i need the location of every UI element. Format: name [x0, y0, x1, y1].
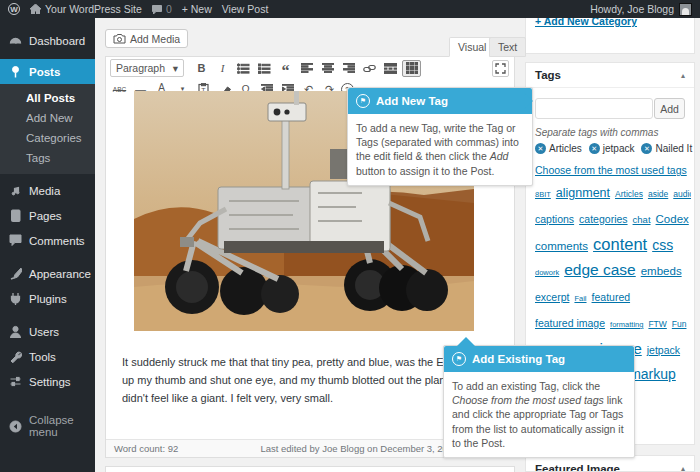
tooltip-body: To add a new Tag, write the Tag or Tags … — [348, 114, 532, 185]
numbered-list-button[interactable] — [255, 60, 274, 77]
sidebar-item-settings[interactable]: Settings — [0, 369, 95, 394]
tag-cloud-item[interactable]: captions — [535, 213, 574, 225]
tag-cloud-item[interactable]: Codex — [656, 213, 689, 225]
tag-cloud-item[interactable]: edge case — [564, 261, 636, 278]
site-name-menu[interactable]: Your WordPress Site — [30, 3, 142, 15]
featured-image-header[interactable]: Featured Image ▴ — [526, 456, 694, 472]
tag-cloud-item[interactable]: jetpack — [647, 344, 680, 356]
collapse-menu-button[interactable]: Collapse menu — [0, 408, 95, 444]
admin-sidebar: Dashboard Posts All Posts Add New Catego… — [0, 18, 95, 472]
tag-cloud-item[interactable]: css — [652, 237, 673, 253]
chevron-down-icon: ▾ — [173, 62, 178, 74]
tag-cloud-item[interactable]: chat — [633, 214, 651, 225]
comments-menu[interactable]: 0 — [152, 3, 172, 15]
numbered-list-icon — [258, 63, 271, 74]
blockquote-button[interactable]: “ — [276, 60, 295, 77]
remove-tag-icon[interactable]: ✕ — [641, 143, 652, 154]
tag-input[interactable] — [535, 98, 653, 119]
bold-button[interactable]: B — [192, 60, 211, 77]
tag-add-button[interactable]: Add — [654, 98, 685, 119]
tags-hint: Separate tags with commas — [535, 127, 658, 138]
tag-cloud-item[interactable]: categories — [579, 213, 627, 225]
tag-cloud-item[interactable]: markup — [629, 366, 676, 382]
sidebar-item-appearance[interactable]: Appearance — [0, 261, 95, 286]
featured-image-title: Featured Image — [535, 463, 620, 472]
settings-sliders-icon — [9, 375, 22, 388]
posts-pin-icon — [9, 65, 22, 78]
tag-chip[interactable]: ✕jetpack — [589, 143, 635, 154]
howdy-label[interactable]: Howdy, Joe Blogg — [590, 3, 674, 15]
collapse-toggle-icon[interactable]: ▴ — [681, 464, 685, 472]
paragraph-select[interactable]: Paragraph▾ — [110, 59, 184, 77]
add-media-button[interactable]: Add Media — [105, 29, 188, 48]
tag-cloud-item[interactable]: dowork — [535, 268, 559, 277]
sidebar-item-posts[interactable]: Posts — [0, 59, 95, 84]
sidebar-item-all-posts[interactable]: All Posts — [0, 88, 95, 108]
tools-wrench-icon — [9, 350, 22, 363]
tag-chip[interactable]: ✕Nailed It — [641, 143, 692, 154]
remove-tag-icon[interactable]: ✕ — [535, 143, 546, 154]
tag-cloud-item[interactable]: audio — [673, 189, 691, 199]
tag-cloud-item[interactable]: alignment — [556, 186, 610, 200]
align-center-icon — [322, 63, 334, 73]
sidebar-item-tags[interactable]: Tags — [0, 148, 95, 168]
link-icon — [363, 63, 376, 74]
appearance-brush-icon — [9, 267, 22, 280]
bullet-list-button[interactable] — [234, 60, 253, 77]
sidebar-item-plugins[interactable]: Plugins — [0, 286, 95, 311]
tab-text[interactable]: Text — [489, 37, 526, 57]
tag-cloud-item[interactable]: 8BIT — [535, 190, 551, 199]
comment-bubble-icon — [152, 5, 162, 14]
choose-most-used-link[interactable]: Choose from the most used tags — [535, 164, 687, 176]
collapse-toggle-icon[interactable]: ▴ — [681, 71, 685, 80]
italic-button[interactable]: I — [213, 60, 232, 77]
fullscreen-icon — [495, 63, 506, 74]
flag-icon: ⚑ — [452, 352, 466, 366]
avatar[interactable] — [679, 3, 692, 16]
tooltip-body: To add an existing Tag, click the Choose… — [444, 372, 634, 457]
align-center-button[interactable] — [318, 60, 337, 77]
sidebar-item-add-new[interactable]: Add New — [0, 108, 95, 128]
tag-cloud-item[interactable]: featured — [592, 291, 631, 303]
flag-icon: ⚑ — [356, 94, 370, 108]
align-right-button[interactable] — [339, 60, 358, 77]
wordpress-logo-icon[interactable]: W — [8, 3, 20, 15]
tag-cloud-item[interactable]: formatting — [610, 320, 643, 329]
sidebar-item-dashboard[interactable]: Dashboard — [0, 28, 95, 53]
sidebar-item-media[interactable]: Media — [0, 178, 95, 203]
sidebar-item-pages[interactable]: Pages — [0, 203, 95, 228]
kitchen-sink-button[interactable] — [402, 60, 421, 77]
fullscreen-button[interactable] — [492, 60, 509, 77]
home-icon — [30, 4, 41, 14]
tooltip-add-new-tag: ⚑ Add New Tag To add a new Tag, write th… — [347, 87, 533, 186]
more-tag-button[interactable] — [381, 60, 400, 77]
tags-box-header[interactable]: Tags ▴ — [526, 63, 694, 88]
tag-cloud-item[interactable]: Fail — [574, 294, 586, 303]
comments-icon — [9, 234, 22, 247]
toolbar-toggle-icon — [406, 62, 418, 74]
tag-cloud-item[interactable]: aside — [648, 189, 668, 199]
strikethrough-button[interactable]: ABC — [110, 81, 129, 98]
plugins-plug-icon — [9, 292, 22, 305]
remove-tag-icon[interactable]: ✕ — [589, 143, 600, 154]
tag-cloud-item[interactable]: excerpt — [535, 291, 569, 303]
view-post-link[interactable]: View Post — [222, 3, 269, 15]
link-button[interactable] — [360, 60, 379, 77]
tag-chip[interactable]: ✕Articles — [535, 143, 582, 154]
tag-cloud-item[interactable]: embeds — [641, 265, 682, 277]
sidebar-item-users[interactable]: Users — [0, 319, 95, 344]
sidebar-item-comments[interactable]: Comments — [0, 228, 95, 253]
new-menu[interactable]: + New — [182, 3, 212, 15]
sidebar-item-categories[interactable]: Categories — [0, 128, 95, 148]
tag-cloud-item[interactable]: Articles — [615, 189, 643, 199]
tag-cloud-item[interactable]: comments — [535, 240, 588, 252]
sidebar-item-tools[interactable]: Tools — [0, 344, 95, 369]
tag-cloud-item[interactable]: FTW — [648, 319, 666, 329]
align-left-button[interactable] — [297, 60, 316, 77]
dashboard-gauge-icon — [9, 34, 22, 47]
tag-cloud-item[interactable]: featured image — [535, 317, 605, 329]
media-icon — [9, 184, 22, 197]
collapse-arrow-icon — [9, 420, 22, 433]
tag-cloud-item[interactable]: Fun — [672, 319, 687, 329]
tag-cloud-item[interactable]: content — [593, 235, 647, 253]
